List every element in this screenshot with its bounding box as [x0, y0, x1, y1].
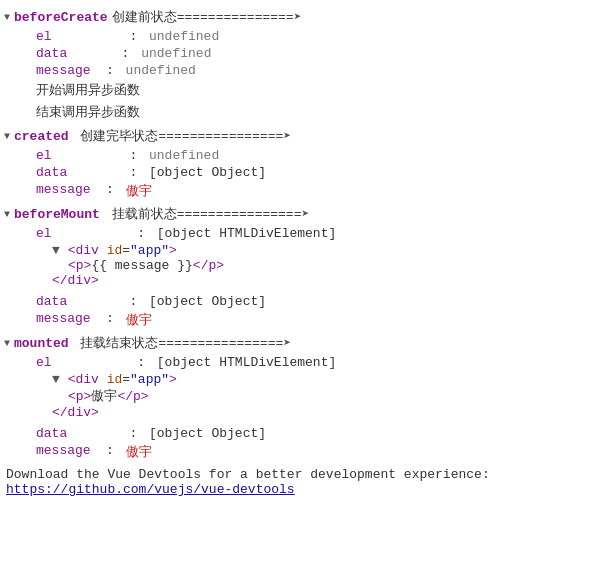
section-body-created: el : undefined data : [object Object] me…: [0, 147, 614, 201]
section-body-beforeMount: el : [object HTMLDivElement] ▼ <div id="…: [0, 225, 614, 330]
html-expand-mounted[interactable]: ▼ <div id="app">: [52, 372, 610, 387]
hook-name-beforeMount: beforeMount: [14, 207, 100, 222]
hook-label-beforeCreate: 创建前状态===============➤: [112, 8, 302, 26]
hook-label-beforeMount: 挂载前状态================➤: [104, 205, 309, 223]
html-close-mounted: </div>: [52, 405, 610, 420]
extra-text-1: 结束调用异步函数: [16, 101, 614, 123]
devtools-link[interactable]: https://github.com/vuejs/vue-devtools: [6, 482, 295, 497]
section-header-beforeCreate[interactable]: ▼ beforeCreate 创建前状态===============➤: [0, 6, 614, 28]
devtools-notice: Download the Vue Devtools for a better d…: [0, 464, 614, 500]
prop-data-created: data : [object Object]: [16, 164, 614, 181]
prop-el-mounted: el : [object HTMLDivElement]: [16, 354, 614, 371]
section-header-beforeMount[interactable]: ▼ beforeMount 挂载前状态================➤: [0, 203, 614, 225]
prop-el-beforeMount: el : [object HTMLDivElement]: [16, 225, 614, 242]
html-close-beforeMount: </div>: [52, 273, 610, 288]
triangle-icon-created: ▼: [4, 131, 10, 142]
html-tree-beforeMount: ▼ <div id="app"> <p>{{ message }}</p> </…: [16, 242, 614, 289]
section-body-beforeCreate: el : undefined data : undefined message …: [0, 28, 614, 123]
section-body-mounted: el : [object HTMLDivElement] ▼ <div id="…: [0, 354, 614, 462]
html-child-mounted-0: <p>傲宇</p>: [52, 387, 610, 405]
triangle-icon-mounted: ▼: [4, 338, 10, 349]
prop-message-created: message : 傲宇: [16, 181, 614, 201]
triangle-icon-beforeCreate: ▼: [4, 12, 10, 23]
triangle-icon-beforeMount: ▼: [4, 209, 10, 220]
prop-el-created: el : undefined: [16, 147, 614, 164]
html-expand-beforeMount[interactable]: ▼ <div id="app">: [52, 243, 610, 258]
prop-message-beforeCreate: message : undefined: [16, 62, 614, 79]
prop-message-mounted: message : 傲宇: [16, 442, 614, 462]
html-tree-mounted: ▼ <div id="app"> <p>傲宇</p> </div>: [16, 371, 614, 421]
section-header-mounted[interactable]: ▼ mounted 挂载结束状态================➤: [0, 332, 614, 354]
prop-data-beforeMount: data : [object Object]: [16, 293, 614, 310]
section-beforeMount: ▼ beforeMount 挂载前状态================➤ el …: [0, 203, 614, 330]
hook-label-mounted: 挂载结束状态================➤: [73, 334, 291, 352]
prop-data-mounted: data : [object Object]: [16, 425, 614, 442]
section-header-created[interactable]: ▼ created 创建完毕状态================➤: [0, 125, 614, 147]
section-created: ▼ created 创建完毕状态================➤ el : u…: [0, 125, 614, 201]
section-beforeCreate: ▼ beforeCreate 创建前状态===============➤ el …: [0, 6, 614, 123]
html-child-beforeMount-0: <p>{{ message }}</p>: [52, 258, 610, 273]
hook-name-beforeCreate: beforeCreate: [14, 10, 108, 25]
log-container: ▼ beforeCreate 创建前状态===============➤ el …: [0, 0, 614, 506]
hook-name-mounted: mounted: [14, 336, 69, 351]
hook-label-created: 创建完毕状态================➤: [73, 127, 291, 145]
section-mounted: ▼ mounted 挂载结束状态================➤ el : […: [0, 332, 614, 462]
prop-message-beforeMount: message : 傲宇: [16, 310, 614, 330]
hook-name-created: created: [14, 129, 69, 144]
prop-el-beforeCreate: el : undefined: [16, 28, 614, 45]
extra-text-0: 开始调用异步函数: [16, 79, 614, 101]
prop-data-beforeCreate: data : undefined: [16, 45, 614, 62]
